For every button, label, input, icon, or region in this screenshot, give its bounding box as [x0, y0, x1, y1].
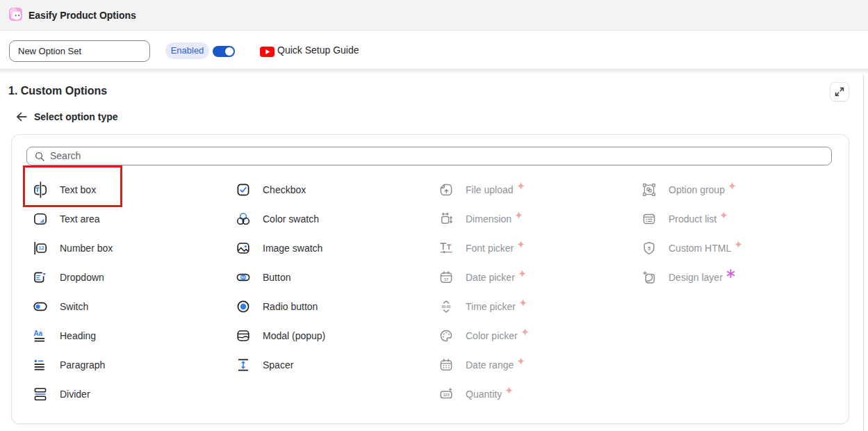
svg-text:B: B	[242, 275, 245, 279]
svg-text:17: 17	[444, 277, 448, 282]
svg-text:Aa: Aa	[33, 330, 42, 337]
svg-text:5: 5	[648, 245, 650, 252]
svg-text:12: 12	[39, 245, 44, 250]
svg-text:123: 123	[443, 393, 450, 397]
svg-text:00:00: 00:00	[442, 304, 451, 309]
